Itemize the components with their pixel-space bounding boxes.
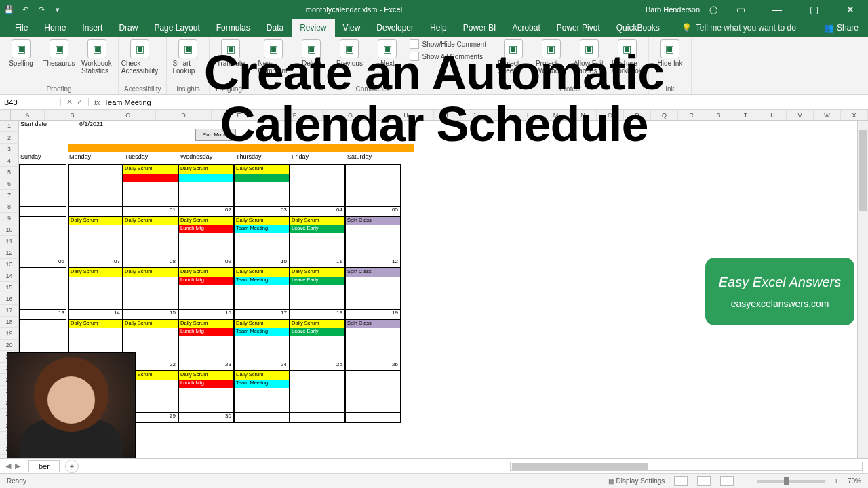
row-header-5[interactable]: 5 bbox=[0, 167, 19, 178]
show-hide-comment-button[interactable]: Show/Hide Comment bbox=[410, 39, 486, 49]
event-slot[interactable] bbox=[346, 225, 400, 233]
protect-workbook-button[interactable]: ▣Protect Workbook bbox=[536, 39, 567, 75]
event-slot[interactable] bbox=[290, 285, 344, 293]
tab-view[interactable]: View bbox=[335, 19, 369, 37]
event-slot[interactable]: Daily Scrum bbox=[290, 217, 344, 225]
row-header-15[interactable]: 15 bbox=[0, 282, 19, 293]
row-header-2[interactable]: 2 bbox=[0, 132, 19, 144]
enter-formula-icon[interactable]: ✓ bbox=[77, 98, 83, 106]
event-slot[interactable] bbox=[346, 328, 400, 336]
allow-edit-ranges-button[interactable]: ▣Allow Edit Ranges bbox=[574, 39, 605, 75]
col-header-W[interactable]: W bbox=[814, 110, 841, 120]
hide-ink-button[interactable]: ▣Hide Ink bbox=[654, 39, 686, 67]
col-header-B[interactable]: B bbox=[45, 110, 100, 120]
event-slot[interactable]: Daily Scrum bbox=[123, 165, 178, 174]
event-slot[interactable]: Lunch Mtg bbox=[179, 328, 233, 336]
event-slot[interactable] bbox=[179, 174, 233, 182]
col-header-L[interactable]: L bbox=[515, 110, 542, 120]
event-slot[interactable] bbox=[179, 233, 233, 241]
event-slot[interactable] bbox=[346, 380, 400, 388]
row-header-6[interactable]: 6 bbox=[0, 178, 19, 190]
event-slot[interactable] bbox=[69, 165, 122, 174]
row-header-16[interactable]: 16 bbox=[0, 293, 19, 305]
tab-page-layout[interactable]: Page Layout bbox=[146, 19, 208, 37]
select-all-corner[interactable] bbox=[0, 110, 11, 120]
day-cell[interactable]: Spin Class19 bbox=[346, 268, 401, 319]
event-slot[interactable]: Daily Scrum bbox=[69, 320, 122, 328]
event-slot[interactable]: Daily Scrum bbox=[179, 371, 233, 380]
day-cell[interactable]: Daily Scrum15 bbox=[123, 268, 179, 319]
tab-formulas[interactable]: Formulas bbox=[208, 19, 258, 37]
event-slot[interactable] bbox=[179, 336, 233, 344]
event-slot[interactable]: Daily Scrum bbox=[290, 268, 344, 277]
tab-power-bi[interactable]: Power BI bbox=[455, 19, 505, 37]
day-cell[interactable]: 05 bbox=[346, 165, 401, 216]
event-slot[interactable]: Daily Scrum bbox=[123, 217, 178, 225]
user-name[interactable]: Barb Henderson bbox=[646, 5, 700, 14]
row-header-13[interactable]: 13 bbox=[0, 259, 19, 270]
event-slot[interactable]: Lunch Mtg bbox=[179, 225, 233, 233]
new-comment-button[interactable]: ▣New Comment bbox=[258, 39, 289, 75]
event-slot[interactable] bbox=[290, 371, 344, 380]
day-cell[interactable]: Daily ScrumLunch Mtg09 bbox=[179, 217, 235, 267]
event-slot[interactable] bbox=[179, 182, 233, 190]
day-cell[interactable]: Daily ScrumTeam Meeting17 bbox=[235, 268, 290, 319]
horizontal-scrollbar[interactable] bbox=[510, 462, 863, 471]
next-button[interactable]: ▣Next bbox=[372, 39, 403, 67]
event-slot[interactable] bbox=[69, 225, 122, 233]
event-slot[interactable] bbox=[69, 233, 122, 241]
share-button[interactable]: Share bbox=[837, 23, 859, 33]
col-header-U[interactable]: U bbox=[760, 110, 787, 120]
row-header-10[interactable]: 10 bbox=[0, 224, 19, 236]
event-slot[interactable] bbox=[235, 388, 289, 396]
event-slot[interactable] bbox=[346, 233, 400, 241]
event-slot[interactable]: Spin Class bbox=[346, 320, 400, 328]
delete-button[interactable]: ▣Delete bbox=[296, 39, 327, 67]
row-header-1[interactable]: 1 bbox=[0, 121, 19, 132]
add-sheet-button[interactable]: + bbox=[65, 460, 79, 473]
col-header-S[interactable]: S bbox=[705, 110, 732, 120]
event-slot[interactable]: Daily Scrum bbox=[235, 268, 289, 277]
event-slot[interactable] bbox=[346, 336, 400, 344]
previous-button[interactable]: ▣Previous bbox=[334, 39, 365, 67]
event-slot[interactable]: Daily Scrum bbox=[179, 165, 233, 174]
protect-sheet-button[interactable]: ▣Protect Sheet bbox=[498, 39, 529, 75]
event-slot[interactable] bbox=[69, 277, 122, 285]
event-slot[interactable] bbox=[123, 225, 178, 233]
undo-icon[interactable]: ↶ bbox=[20, 5, 30, 14]
day-cell[interactable]: Daily ScrumLunch Mtg23 bbox=[179, 320, 235, 370]
col-header-H[interactable]: H bbox=[378, 110, 434, 120]
event-slot[interactable] bbox=[123, 233, 178, 241]
col-header-K[interactable]: K bbox=[488, 110, 515, 120]
day-cell[interactable]: Daily Scrum01 bbox=[123, 165, 179, 216]
day-cell[interactable]: Daily ScrumLeave Early25 bbox=[290, 320, 346, 370]
col-header-P[interactable]: P bbox=[624, 110, 651, 120]
event-slot[interactable] bbox=[123, 285, 178, 293]
event-slot[interactable]: Lunch Mtg bbox=[179, 380, 233, 388]
col-header-D[interactable]: D bbox=[156, 110, 212, 120]
event-slot[interactable] bbox=[69, 174, 122, 182]
row-header-12[interactable]: 12 bbox=[0, 247, 19, 259]
row-header-7[interactable]: 7 bbox=[0, 190, 19, 201]
tab-draw[interactable]: Draw bbox=[111, 19, 146, 37]
day-cell[interactable]: Spin Class26 bbox=[346, 320, 401, 370]
day-cell[interactable]: Daily ScrumLeave Early11 bbox=[290, 217, 346, 267]
event-slot[interactable]: Daily Scrum bbox=[290, 320, 344, 328]
save-icon[interactable]: 💾 bbox=[4, 5, 14, 14]
col-header-O[interactable]: O bbox=[597, 110, 624, 120]
view-page-layout-icon[interactable] bbox=[697, 476, 711, 486]
name-box[interactable]: B40 bbox=[0, 98, 61, 106]
day-cell[interactable]: Daily Scrum02 bbox=[179, 165, 235, 216]
zoom-slider[interactable] bbox=[757, 480, 825, 483]
event-slot[interactable]: Lunch Mtg bbox=[179, 277, 233, 285]
col-header-X[interactable]: X bbox=[841, 110, 868, 120]
col-header-J[interactable]: J bbox=[461, 110, 488, 120]
day-cell[interactable] bbox=[346, 371, 401, 422]
event-slot[interactable]: Spin Class bbox=[346, 268, 400, 277]
event-slot[interactable]: Leave Early bbox=[290, 225, 344, 233]
col-header-I[interactable]: I bbox=[434, 110, 461, 120]
day-cell[interactable]: Daily ScrumLunch Mtg16 bbox=[179, 268, 235, 319]
day-cell[interactable] bbox=[290, 371, 346, 422]
tab-quickbooks[interactable]: QuickBooks bbox=[608, 19, 668, 37]
zoom-out-icon[interactable]: − bbox=[743, 477, 747, 485]
